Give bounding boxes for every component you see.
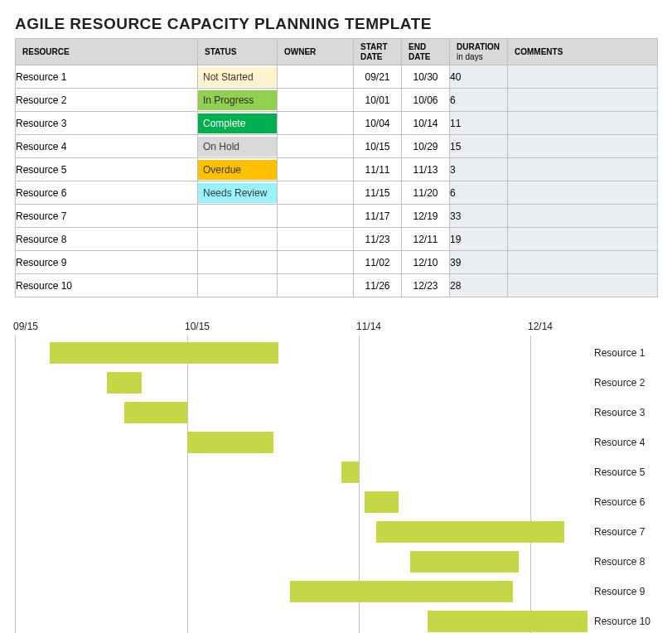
gantt-bar[interactable] <box>428 611 587 632</box>
cell-status[interactable]: On Hold <box>198 135 278 158</box>
cell-status[interactable] <box>198 228 278 251</box>
gantt-bar[interactable] <box>107 372 141 394</box>
cell-end-date[interactable]: 11/13 <box>402 158 450 181</box>
cell-owner[interactable] <box>278 274 354 297</box>
cell-status[interactable] <box>198 251 278 274</box>
status-badge: In Progress <box>198 90 277 110</box>
cell-comments[interactable] <box>508 181 658 205</box>
table-row[interactable]: Resource 5Overdue11/1111/133 <box>16 158 658 181</box>
gantt-bar[interactable] <box>290 581 513 602</box>
cell-resource[interactable]: Resource 8 <box>16 228 198 251</box>
gantt-bar[interactable] <box>50 342 278 364</box>
cell-resource[interactable]: Resource 10 <box>16 274 198 297</box>
gantt-bar[interactable] <box>410 551 519 573</box>
cell-duration[interactable]: 6 <box>450 181 508 205</box>
cell-resource[interactable]: Resource 6 <box>16 181 198 205</box>
cell-start-date[interactable]: 10/15 <box>354 135 402 158</box>
cell-status[interactable]: Overdue <box>198 158 278 181</box>
cell-status[interactable] <box>198 274 278 297</box>
cell-status[interactable]: Needs Review <box>198 181 278 205</box>
col-status: STATUS <box>198 39 278 65</box>
gantt-row-label: Resource 2 <box>594 377 645 389</box>
cell-end-date[interactable]: 12/19 <box>402 205 450 228</box>
cell-start-date[interactable]: 11/17 <box>354 205 402 228</box>
cell-owner[interactable] <box>278 89 354 112</box>
cell-start-date[interactable]: 10/04 <box>354 112 402 135</box>
gantt-bar[interactable] <box>376 521 565 543</box>
cell-comments[interactable] <box>508 228 658 251</box>
gantt-bar[interactable] <box>187 432 273 453</box>
cell-start-date[interactable]: 11/15 <box>354 181 402 205</box>
gantt-row-label: Resource 4 <box>594 437 645 448</box>
cell-duration[interactable]: 40 <box>450 65 508 89</box>
cell-owner[interactable] <box>278 65 354 89</box>
cell-status[interactable]: Not Started <box>198 65 278 89</box>
gantt-bar[interactable] <box>365 491 399 513</box>
gantt-bar[interactable] <box>341 461 359 483</box>
cell-end-date[interactable]: 12/10 <box>402 251 450 274</box>
table-row[interactable]: Resource 3Complete10/0410/1411 <box>16 112 658 135</box>
cell-end-date[interactable]: 12/23 <box>402 274 450 297</box>
cell-start-date[interactable]: 11/26 <box>354 274 402 297</box>
cell-start-date[interactable]: 09/21 <box>354 65 402 89</box>
cell-status[interactable]: In Progress <box>198 89 278 112</box>
cell-comments[interactable] <box>508 205 658 228</box>
table-row[interactable]: Resource 911/0212/1039 <box>16 251 658 274</box>
cell-end-date[interactable]: 11/20 <box>402 181 450 205</box>
cell-resource[interactable]: Resource 5 <box>16 158 198 181</box>
cell-start-date[interactable]: 11/02 <box>354 251 402 274</box>
cell-duration[interactable]: 15 <box>450 135 508 158</box>
cell-resource[interactable]: Resource 7 <box>16 205 198 228</box>
cell-comments[interactable] <box>508 251 658 274</box>
cell-duration[interactable]: 3 <box>450 158 508 181</box>
col-resource: RESOURCE <box>16 39 198 65</box>
cell-duration[interactable]: 6 <box>450 89 508 112</box>
table-row[interactable]: Resource 811/2312/1119 <box>16 228 658 251</box>
cell-end-date[interactable]: 10/29 <box>402 135 450 158</box>
cell-duration[interactable]: 28 <box>450 274 508 297</box>
col-duration-sub: in days <box>457 52 483 61</box>
gantt-bar[interactable] <box>124 402 187 423</box>
cell-end-date[interactable]: 10/14 <box>402 112 450 135</box>
cell-comments[interactable] <box>508 89 658 112</box>
gantt-tick-label: 09/15 <box>13 321 38 332</box>
cell-owner[interactable] <box>278 112 354 135</box>
table-row[interactable]: Resource 1011/2612/2328 <box>16 274 658 297</box>
table-row[interactable]: Resource 711/1712/1933 <box>16 205 658 228</box>
cell-end-date[interactable]: 10/06 <box>402 89 450 112</box>
gantt-row: Resource 4 <box>16 432 587 453</box>
cell-resource[interactable]: Resource 1 <box>16 65 198 89</box>
cell-owner[interactable] <box>278 158 354 181</box>
cell-comments[interactable] <box>508 112 658 135</box>
cell-resource[interactable]: Resource 2 <box>16 89 198 112</box>
table-row[interactable]: Resource 2In Progress10/0110/066 <box>16 89 658 112</box>
cell-start-date[interactable]: 11/23 <box>354 228 402 251</box>
cell-duration[interactable]: 11 <box>450 112 508 135</box>
cell-comments[interactable] <box>508 274 658 297</box>
cell-status[interactable] <box>198 205 278 228</box>
cell-resource[interactable]: Resource 3 <box>16 112 198 135</box>
cell-comments[interactable] <box>508 65 658 89</box>
table-row[interactable]: Resource 4On Hold10/1510/2915 <box>16 135 658 158</box>
cell-comments[interactable] <box>508 135 658 158</box>
cell-owner[interactable] <box>278 205 354 228</box>
cell-resource[interactable]: Resource 9 <box>16 251 198 274</box>
table-row[interactable]: Resource 1Not Started09/2110/3040 <box>16 65 658 89</box>
cell-start-date[interactable]: 10/01 <box>354 89 402 112</box>
status-badge: Needs Review <box>198 183 277 203</box>
cell-end-date[interactable]: 12/11 <box>402 228 450 251</box>
cell-end-date[interactable]: 10/30 <box>402 65 450 89</box>
col-duration-label: DURATION <box>457 42 500 51</box>
cell-owner[interactable] <box>278 135 354 158</box>
cell-owner[interactable] <box>278 181 354 205</box>
cell-duration[interactable]: 39 <box>450 251 508 274</box>
table-row[interactable]: Resource 6Needs Review11/1511/206 <box>16 181 658 205</box>
cell-status[interactable]: Complete <box>198 112 278 135</box>
cell-duration[interactable]: 33 <box>450 205 508 228</box>
cell-comments[interactable] <box>508 158 658 181</box>
cell-owner[interactable] <box>278 228 354 251</box>
cell-owner[interactable] <box>278 251 354 274</box>
cell-start-date[interactable]: 11/11 <box>354 158 402 181</box>
cell-duration[interactable]: 19 <box>450 228 508 251</box>
cell-resource[interactable]: Resource 4 <box>16 135 198 158</box>
